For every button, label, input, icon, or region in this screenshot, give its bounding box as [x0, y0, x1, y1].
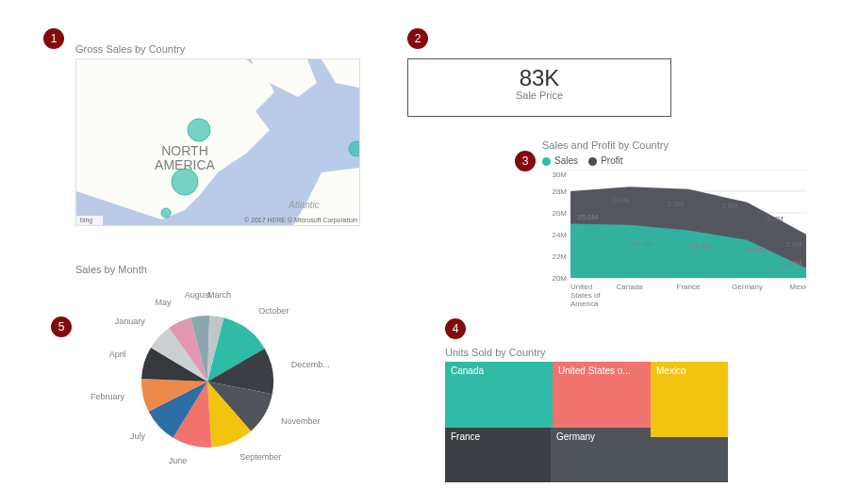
card-value: 83K — [408, 65, 670, 91]
profit-label: 3.8M — [721, 202, 738, 210]
pie-label: January — [115, 317, 146, 326]
callout-badge-5: 5 — [51, 317, 72, 337]
pie-label: October — [258, 306, 289, 316]
callout-badge-3: 3 — [515, 151, 536, 171]
ytick: 20M — [552, 274, 567, 283]
sales-label: 24.9M — [632, 239, 653, 248]
treemap-cell-mexico[interactable]: Mexico — [651, 362, 728, 437]
svg-point-4 — [349, 141, 359, 156]
ytick: 24M — [552, 231, 567, 239]
ytick: 26M — [552, 209, 567, 218]
ytick: 22M — [552, 252, 567, 261]
pie-label: July — [130, 431, 146, 441]
treemap-cell-usa[interactable]: United States o... — [553, 362, 651, 428]
treemap-visual[interactable]: Canada United States o... Mexico France … — [445, 362, 728, 482]
area-chart-legend: Sales Profit — [542, 155, 622, 166]
card-visual[interactable]: 83K Sale Price — [407, 58, 671, 117]
map-title: Gross Sales by Country — [75, 43, 185, 55]
legend-label-profit: Profit — [601, 155, 622, 166]
pie-label: March — [207, 290, 231, 300]
xtick: Mexico — [789, 283, 806, 291]
callout-badge-4: 4 — [445, 318, 466, 339]
treemap-title: Units Sold by Country — [445, 347, 545, 358]
treemap-cell-canada[interactable]: Canada — [445, 362, 553, 428]
legend-dot-sales — [542, 157, 551, 166]
treemap-cell-france[interactable]: France — [445, 428, 551, 482]
sales-label: 24.4M — [691, 242, 713, 251]
card-caption: Sale Price — [408, 89, 670, 101]
xtick: France — [677, 283, 701, 291]
area-chart[interactable]: 20M 22M 24M 26M 28M 30M 25.0M 3.0M 24.9M… — [542, 170, 806, 320]
map-ocean-label: Atlantic — [288, 200, 320, 210]
xtick: Canada — [616, 283, 643, 291]
profit-label: 3.7M — [767, 215, 784, 223]
profit-label: 2.9M — [785, 240, 802, 249]
callout-badge-1: 1 — [43, 28, 64, 49]
sales-label: 23.5M — [745, 246, 767, 254]
profit-label: 3.0M — [613, 196, 630, 204]
xtick: Germany — [732, 283, 763, 291]
svg-point-2 — [188, 119, 210, 141]
ytick: 30M — [552, 171, 567, 179]
map-region-label: NORTHAMERICA — [155, 143, 215, 172]
pie-label: May — [156, 298, 173, 307]
sales-label: 20.9M — [781, 259, 802, 268]
area-chart-title: Sales and Profit by Country — [542, 139, 669, 151]
map-visual[interactable]: NORTHAMERICA Atlantic bing © 2017 HERE ©… — [75, 58, 360, 226]
sales-label: 25.0M — [577, 213, 599, 221]
map-attribution: © 2017 HERE © Microsoft Corporation — [244, 217, 357, 224]
pie-label: June — [169, 456, 188, 465]
callout-badge-2: 2 — [407, 28, 428, 49]
xtick: UnitedStates ofAmerica — [570, 283, 601, 308]
pie-label: April — [109, 350, 126, 359]
map-logo: bing — [80, 217, 92, 224]
pie-label: February — [91, 392, 125, 401]
pie-chart[interactable]: OctoberDecemb...NovemberSeptemberJuneJul… — [75, 278, 377, 471]
svg-point-3 — [161, 208, 171, 218]
pie-label: September — [240, 452, 281, 462]
profit-label: 3.5M — [667, 200, 684, 208]
pie-label: Decemb... — [291, 360, 330, 369]
treemap-cell-germany[interactable]: Germany — [551, 428, 651, 482]
ytick: 28M — [552, 187, 567, 196]
svg-point-1 — [172, 169, 198, 195]
legend-label-sales: Sales — [554, 155, 578, 166]
pie-chart-title: Sales by Month — [75, 264, 147, 275]
legend-dot-profit — [588, 157, 597, 166]
pie-label: November — [281, 416, 321, 426]
treemap-cell-blank[interactable] — [651, 437, 728, 482]
